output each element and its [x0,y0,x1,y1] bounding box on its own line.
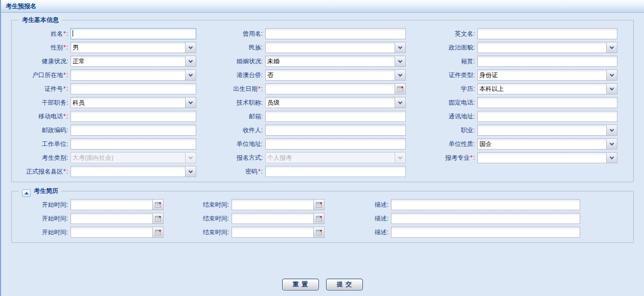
work-unit-address-input[interactable] [265,138,406,150]
mobile-phone-input[interactable] [71,111,196,122]
former-name-input[interactable] [265,28,406,39]
calendar-icon[interactable] [152,200,163,210]
calendar-icon[interactable] [152,227,163,237]
name-input-value[interactable] [71,29,196,39]
id-type-select-value[interactable]: 身份证 [478,70,606,80]
work-unit-input-value[interactable] [71,139,196,149]
registration-county-select-value[interactable] [71,166,185,177]
start-time-input[interactable] [71,199,164,210]
occupation-select-value[interactable] [478,125,606,135]
calendar-icon[interactable] [313,213,324,224]
end-time-input[interactable] [232,227,325,238]
email-input-value[interactable] [266,111,405,121]
mailing-address-input-value[interactable] [478,111,617,121]
landline-phone-input-value[interactable] [478,97,617,108]
dropdown-arrow-icon[interactable] [185,56,196,66]
marital-status-select-value[interactable]: 未婚 [266,56,395,66]
start-time-input-value[interactable] [71,213,152,224]
calendar-icon[interactable] [395,84,405,94]
reset-button[interactable]: 重 置 [282,279,319,290]
dropdown-arrow-icon[interactable] [395,97,405,108]
recipient-input[interactable] [265,125,406,136]
birth-date-input[interactable] [265,83,406,94]
work-unit-type-select-value[interactable]: 国企 [478,139,606,149]
start-time-input-value[interactable] [71,227,152,237]
end-time-input[interactable] [232,213,325,224]
dropdown-arrow-icon[interactable] [606,70,617,80]
health-status-select-value[interactable]: 正常 [71,56,185,66]
dropdown-arrow-icon[interactable] [395,42,405,53]
cadre-position-select-value[interactable]: 科员 [71,97,185,108]
former-name-input-value[interactable] [266,29,405,39]
mobile-phone-input-value[interactable] [71,111,196,121]
occupation-select[interactable] [477,125,617,136]
registration-county-select[interactable] [71,166,196,177]
gender-select-value[interactable]: 男 [71,42,185,53]
education-select[interactable]: 本科以上 [477,83,617,94]
dropdown-arrow-icon[interactable] [395,56,405,66]
end-time-input-value[interactable] [232,200,313,210]
english-name-input-value[interactable] [478,29,617,39]
work-unit-input[interactable] [71,138,196,150]
dropdown-arrow-icon[interactable] [185,70,196,80]
ethnicity-select-value[interactable] [266,42,395,53]
description-input-value[interactable] [392,213,580,224]
recipient-input-value[interactable] [266,125,405,135]
dropdown-arrow-icon[interactable] [606,84,617,94]
dropdown-arrow-icon[interactable] [185,166,196,177]
english-name-input[interactable] [477,28,617,39]
id-number-input[interactable] [71,83,196,94]
native-place-input-value[interactable] [478,56,617,66]
start-time-input[interactable] [71,227,164,238]
description-input[interactable] [391,199,580,210]
description-input[interactable] [391,227,580,238]
name-input[interactable] [71,28,196,39]
technical-title-select[interactable]: 员级 [265,97,406,108]
dropdown-arrow-icon[interactable] [606,42,617,53]
technical-title-select-value[interactable]: 员级 [266,97,395,108]
description-input-value[interactable] [392,227,580,237]
hk-macao-taiwan-select[interactable]: 否 [265,69,406,81]
collapse-toggle-button[interactable] [22,189,31,197]
work-unit-type-select[interactable]: 国企 [477,138,617,150]
id-type-select[interactable]: 身份证 [477,69,617,81]
household-location-select-value[interactable] [71,70,185,80]
native-place-input[interactable] [477,56,617,67]
description-input-value[interactable] [392,200,580,210]
start-time-input[interactable] [71,213,164,224]
applied-major-select[interactable] [477,152,617,163]
password-input[interactable] [265,166,406,177]
landline-phone-input[interactable] [477,97,617,108]
postal-code-input-value[interactable] [71,125,196,135]
hk-macao-taiwan-select-value[interactable]: 否 [266,70,395,80]
marital-status-select[interactable]: 未婚 [265,56,406,67]
id-number-input-value[interactable] [71,84,196,94]
dropdown-arrow-icon[interactable] [606,125,617,135]
political-status-select[interactable] [477,42,617,53]
health-status-select[interactable]: 正常 [71,56,196,67]
calendar-icon[interactable] [313,200,324,210]
dropdown-arrow-icon[interactable] [395,70,405,80]
dropdown-arrow-icon[interactable] [185,42,196,53]
email-input[interactable] [265,111,406,122]
education-select-value[interactable]: 本科以上 [478,84,606,94]
political-status-select-value[interactable] [478,42,606,53]
start-time-input-value[interactable] [71,200,152,210]
postal-code-input[interactable] [71,125,196,136]
applied-major-select-value[interactable] [478,153,606,163]
password-input-value[interactable] [266,166,405,177]
cadre-position-select[interactable]: 科员 [71,97,196,108]
dropdown-arrow-icon[interactable] [606,153,617,163]
end-time-input[interactable] [232,199,325,210]
birth-date-input-value[interactable] [266,84,395,94]
gender-select[interactable]: 男 [71,42,196,53]
calendar-icon[interactable] [313,227,324,237]
end-time-input-value[interactable] [232,213,313,224]
end-time-input-value[interactable] [232,227,313,237]
household-location-select[interactable] [71,69,196,81]
dropdown-arrow-icon[interactable] [606,139,617,149]
submit-button[interactable]: 提 交 [326,279,363,290]
dropdown-arrow-icon[interactable] [185,97,196,108]
description-input[interactable] [391,213,580,224]
calendar-icon[interactable] [152,213,163,224]
